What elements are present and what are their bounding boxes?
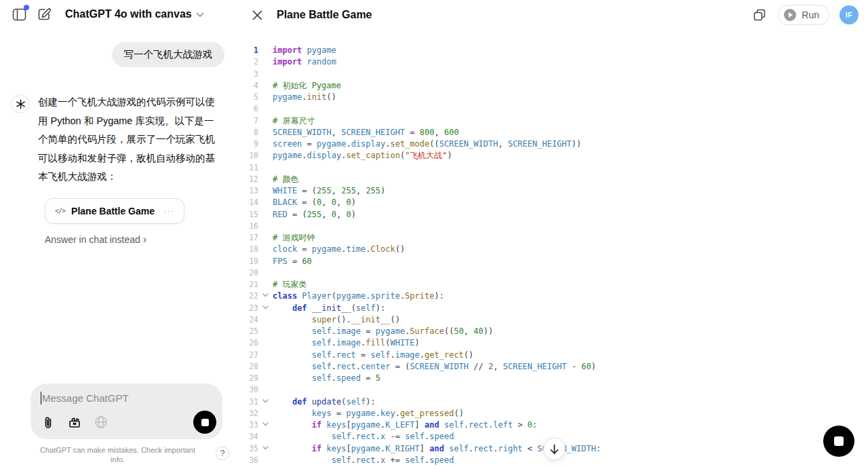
line-number: 33 xyxy=(235,419,258,431)
code-text: def update(self): xyxy=(273,396,868,408)
line-number: 22 xyxy=(235,290,258,302)
fold-gutter xyxy=(258,185,273,197)
fold-gutter xyxy=(258,92,273,103)
line-number: 13 xyxy=(235,185,258,197)
ellipsis-icon[interactable]: ··· xyxy=(163,206,174,216)
copy-code-button[interactable] xyxy=(751,7,768,23)
code-line[interactable]: 3 xyxy=(235,69,868,80)
code-line[interactable]: 7# 屏幕尺寸 xyxy=(235,115,868,127)
code-line[interactable]: 25 self.image = pygame.Surface((50, 40)) xyxy=(235,326,868,337)
code-line[interactable]: 16 xyxy=(235,221,868,232)
code-text: SCREEN_WIDTH, SCREEN_HEIGHT = 800, 600 xyxy=(273,127,868,138)
fold-gutter xyxy=(258,337,273,349)
help-button[interactable]: ? xyxy=(216,447,229,460)
assistant-message-row: 创建一个飞机大战游戏的代码示例可以使用 Python 和 Pygame 库实现。… xyxy=(11,93,224,187)
code-line[interactable]: 23 def __init__(self): xyxy=(235,303,868,314)
attach-file-button[interactable] xyxy=(40,414,56,430)
code-line[interactable]: 14BLACK = (0, 0, 0) xyxy=(235,197,868,208)
fold-chevron-icon[interactable] xyxy=(258,443,273,455)
code-line[interactable]: 27 self.rect = self.image.get_rect() xyxy=(235,350,868,361)
code-line[interactable]: 18clock = pygame.time.Clock() xyxy=(235,244,868,255)
tools-button[interactable] xyxy=(66,414,83,430)
code-line[interactable]: 1import pygame xyxy=(235,45,868,56)
line-number: 1 xyxy=(235,45,258,56)
code-line[interactable]: 28 self.rect.center = (SCREEN_WIDTH // 2… xyxy=(235,361,868,373)
stop-icon xyxy=(201,419,209,426)
code-line[interactable]: 30 xyxy=(235,384,868,396)
code-line[interactable]: 15RED = (255, 0, 0) xyxy=(235,209,868,221)
fold-gutter xyxy=(258,197,273,208)
fold-chevron-icon[interactable] xyxy=(258,419,273,431)
sidebar-toggle-button[interactable] xyxy=(11,6,27,22)
stop-button[interactable] xyxy=(193,411,216,434)
web-search-button[interactable] xyxy=(93,414,109,430)
code-text xyxy=(273,221,868,232)
new-chat-button[interactable] xyxy=(36,6,52,22)
code-line[interactable]: 11 xyxy=(235,162,868,174)
message-input[interactable]: Message ChatGPT xyxy=(41,392,129,405)
code-line[interactable]: 26 self.image.fill(WHITE) xyxy=(235,337,868,349)
code-line[interactable]: 13WHITE = (255, 255, 255) xyxy=(235,185,868,197)
composer-toolbar xyxy=(40,411,216,434)
answer-in-chat-link[interactable]: Answer in chat instead › xyxy=(45,234,146,245)
code-line[interactable]: 8SCREEN_WIDTH, SCREEN_HEIGHT = 800, 600 xyxy=(235,127,868,138)
code-line[interactable]: 9screen = pygame.display.set_mode((SCREE… xyxy=(235,138,868,150)
assistant-avatar xyxy=(11,94,30,113)
chevron-down-icon xyxy=(196,12,204,18)
stop-generating-button[interactable] xyxy=(823,426,854,457)
code-line[interactable]: 12# 颜色 xyxy=(235,174,868,185)
code-line[interactable]: 10pygame.display.set_caption("飞机大战") xyxy=(235,150,868,162)
line-number: 10 xyxy=(235,150,258,162)
code-line[interactable]: 21# 玩家类 xyxy=(235,279,868,290)
code-line[interactable]: 29 self.speed = 5 xyxy=(235,373,868,384)
message-composer[interactable]: Message ChatGPT xyxy=(31,383,222,439)
fold-gutter xyxy=(258,232,273,244)
line-number: 27 xyxy=(235,350,258,361)
scroll-to-bottom-button[interactable] xyxy=(543,438,566,460)
chat-header: ChatGPT 4o with canvas xyxy=(0,0,235,26)
code-editor[interactable]: 1import pygame2import random34# 初始化 Pyga… xyxy=(235,30,868,469)
close-icon xyxy=(252,10,262,20)
sidebar-toggle-icon xyxy=(12,8,26,21)
code-text: import random xyxy=(273,56,868,68)
code-line[interactable]: 33 if keys[pygame.K_LEFT] and self.rect.… xyxy=(235,419,868,431)
fold-chevron-icon[interactable] xyxy=(258,303,273,314)
globe-icon xyxy=(94,415,108,429)
line-number: 36 xyxy=(235,455,258,466)
fold-gutter xyxy=(258,221,273,232)
model-selector[interactable]: ChatGPT 4o with canvas xyxy=(65,8,204,20)
code-line[interactable]: 32 keys = pygame.key.get_pressed() xyxy=(235,408,868,419)
user-avatar[interactable]: IF xyxy=(840,5,859,24)
fold-gutter xyxy=(258,279,273,290)
line-number: 34 xyxy=(235,431,258,443)
line-number: 35 xyxy=(235,443,258,455)
fold-chevron-icon[interactable] xyxy=(258,396,273,408)
fold-gutter xyxy=(258,361,273,373)
code-text: # 初始化 Pygame xyxy=(273,80,868,92)
fold-chevron-icon[interactable] xyxy=(258,290,273,302)
code-line[interactable]: 4# 初始化 Pygame xyxy=(235,80,868,92)
code-text: if keys[pygame.K_RIGHT] and self.rect.ri… xyxy=(273,443,868,455)
code-line[interactable]: 31 def update(self): xyxy=(235,396,868,408)
text-caret xyxy=(41,392,41,405)
input-placeholder: Message ChatGPT xyxy=(42,392,129,404)
code-line[interactable]: 5pygame.init() xyxy=(235,92,868,103)
canvas-document-card[interactable]: </> Plane Battle Game ··· xyxy=(45,198,184,224)
code-line[interactable]: 22class Player(pygame.sprite.Sprite): xyxy=(235,290,868,302)
code-line[interactable]: 19FPS = 60 xyxy=(235,256,868,267)
fold-gutter xyxy=(258,150,273,162)
fold-gutter xyxy=(258,103,273,115)
code-line[interactable]: 2import random xyxy=(235,56,868,68)
fold-gutter xyxy=(258,373,273,384)
code-text xyxy=(273,267,868,279)
code-line[interactable]: 20 xyxy=(235,267,868,279)
close-canvas-button[interactable] xyxy=(249,7,265,23)
fold-gutter xyxy=(258,45,273,56)
code-text: # 游戏时钟 xyxy=(273,232,868,244)
code-line[interactable]: 6 xyxy=(235,103,868,115)
arrow-down-icon xyxy=(549,444,559,455)
code-line[interactable]: 17# 游戏时钟 xyxy=(235,232,868,244)
code-line[interactable]: 24 super().__init__() xyxy=(235,314,868,326)
run-button[interactable]: Run xyxy=(778,5,829,25)
chat-panel: ChatGPT 4o with canvas 写一个飞机大战游戏 创建一 xyxy=(0,0,235,469)
